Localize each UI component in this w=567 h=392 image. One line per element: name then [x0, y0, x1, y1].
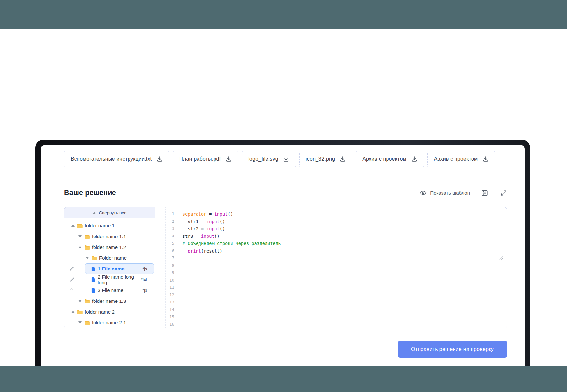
actions-row: Отправить решение на проверку	[64, 341, 507, 358]
folder-label: folder name 2	[85, 309, 115, 315]
file-row-selected[interactable]: 1 File name*js	[85, 263, 154, 274]
file-type-badge: *js	[142, 266, 147, 271]
folder-icon	[84, 320, 90, 325]
top-decor-band	[0, 0, 567, 29]
line-number: 1	[166, 210, 174, 218]
file-row[interactable]: 3 File name*js	[85, 285, 154, 296]
download-chip-label: Вспомогательные инструкции.txt	[71, 156, 152, 162]
save-button[interactable]	[481, 189, 488, 197]
tree-folder-row[interactable]: folder name 1.2	[64, 242, 155, 253]
code-editor-panel: 12345678910111213141516 separator = inpu…	[155, 207, 507, 328]
download-icon	[283, 156, 289, 162]
expand-button[interactable]	[500, 190, 507, 196]
line-number: 8	[166, 262, 174, 270]
folder-label: folder name 1	[85, 223, 115, 228]
triangle-down-icon	[86, 257, 89, 259]
code-line	[182, 321, 502, 328]
eye-icon	[420, 189, 427, 197]
folder-label: folder name 1.1	[92, 234, 126, 239]
code-line	[182, 306, 502, 314]
file-label: 1 File name	[98, 266, 125, 271]
line-number: 4	[166, 233, 174, 240]
download-chip[interactable]: Архив с проектом	[427, 151, 496, 167]
lock-icon	[69, 288, 74, 293]
folder-label: folder name 2.1	[92, 320, 126, 325]
code-line: str2 = input()	[182, 225, 502, 233]
line-number: 9	[166, 269, 174, 277]
download-icon	[411, 156, 418, 162]
laptop-frame: Вспомогательные инструкции.txtПлан работ…	[35, 140, 530, 366]
tree-folder-row[interactable]: folder name 2	[64, 306, 155, 317]
file-row[interactable]: 2 File name long long...*txt	[85, 274, 154, 285]
submit-solution-button[interactable]: Отправить решение на проверку	[398, 341, 507, 358]
download-chip[interactable]: logo_file.svg	[242, 151, 296, 167]
folder-label: Folder name	[99, 255, 127, 261]
file-label: 2 File name long long...	[98, 274, 138, 285]
line-number: 14	[166, 306, 174, 314]
code-editor[interactable]: separator = input() str1 = input() str2 …	[174, 207, 507, 328]
code-line	[182, 254, 502, 262]
folder-label: folder name 1.2	[92, 244, 126, 250]
save-icon	[481, 189, 488, 197]
tree-folder-row[interactable]: folder name 1	[64, 220, 155, 231]
code-line	[182, 291, 502, 299]
show-template-button[interactable]: Показать шаблон	[420, 189, 470, 197]
download-icon	[156, 156, 163, 162]
tree-file-row[interactable]: 3 File name*js	[64, 285, 155, 296]
code-line	[182, 299, 502, 306]
expand-icon	[500, 190, 507, 196]
file-type-badge: *js	[142, 288, 147, 293]
tree-folder-row[interactable]: folder name 1.1	[64, 231, 155, 242]
page: Вспомогательные инструкции.txtПлан работ…	[0, 0, 567, 392]
folder-icon	[84, 299, 90, 303]
triangle-up-icon	[78, 246, 82, 248]
tree-folder-row[interactable]: folder name 1.3	[64, 296, 155, 306]
download-chip-label: Архив с проектом	[362, 156, 406, 162]
show-template-label: Показать шаблон	[430, 190, 470, 196]
pencil-icon[interactable]	[69, 266, 74, 271]
download-chip[interactable]: Архив с проектом	[356, 151, 424, 167]
editor-toolbar: Показать шаблон	[420, 189, 507, 197]
line-number: 12	[166, 291, 174, 299]
line-number: 10	[166, 277, 174, 284]
download-chip-label: План работы.pdf	[179, 156, 221, 162]
code-line	[182, 313, 502, 321]
attachments-row: Вспомогательные инструкции.txtПлан работ…	[64, 151, 507, 167]
resize-grip-icon[interactable]	[499, 256, 504, 260]
line-number: 2	[166, 218, 174, 225]
line-number: 15	[166, 313, 174, 321]
bottom-decor-band	[0, 366, 567, 392]
tree-file-row[interactable]: 1 File name*js	[64, 263, 155, 274]
tree-folder-row[interactable]: folder name 2.1	[64, 317, 155, 328]
triangle-down-icon	[78, 300, 82, 302]
download-chip[interactable]: icon_32.png	[299, 151, 352, 167]
solution-workspace: Свернуть все folder name 1folder name 1.…	[64, 207, 507, 328]
download-chip-label: Архив с проектом	[434, 156, 478, 162]
line-number: 6	[166, 247, 174, 255]
triangle-up-icon	[71, 224, 75, 227]
code-line: print(result)	[182, 247, 502, 255]
line-number: 3	[166, 225, 174, 233]
solution-header: Ваше решение Показать шаблон	[64, 189, 507, 197]
collapse-all-label: Свернуть все	[99, 210, 126, 215]
tree-folder-row[interactable]: Folder name	[64, 253, 155, 263]
code-line	[182, 284, 502, 291]
pencil-icon[interactable]	[69, 277, 74, 282]
line-number: 5	[166, 240, 174, 247]
tree-file-row[interactable]: 2 File name long long...*txt	[64, 274, 155, 285]
download-chip[interactable]: Вспомогательные инструкции.txt	[64, 151, 169, 167]
page-title: Ваше решение	[64, 189, 116, 197]
download-icon	[339, 156, 346, 162]
folder-icon	[92, 256, 97, 260]
file-type-badge: *txt	[141, 277, 147, 282]
triangle-down-icon	[78, 235, 82, 237]
download-icon	[225, 156, 232, 162]
triangle-down-icon	[78, 321, 82, 324]
download-chip[interactable]: План работы.pdf	[173, 151, 238, 167]
code-line: str3 = input()	[182, 233, 502, 240]
folder-label: folder name 1.3	[92, 298, 126, 304]
code-line: # Объединяем строки через разделитель	[182, 240, 502, 247]
file-icon	[91, 266, 95, 271]
collapse-all-button[interactable]: Свернуть все	[64, 207, 155, 218]
code-line	[182, 269, 502, 277]
